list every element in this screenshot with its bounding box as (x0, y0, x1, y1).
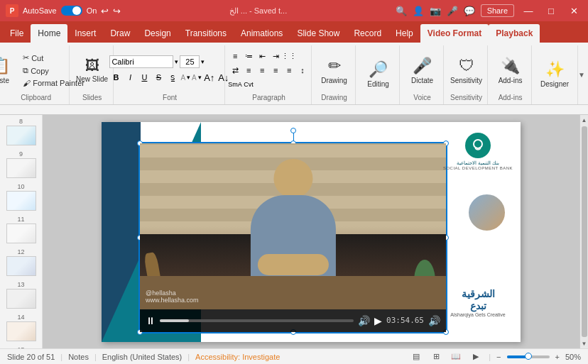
tab-record[interactable]: Record (347, 24, 388, 43)
numbering-button[interactable]: ≔ (242, 50, 255, 62)
bullets-button[interactable]: ≡ (229, 50, 241, 62)
ribbon-tabs-bar: File Home Insert Draw Design Transitions… (0, 21, 588, 43)
redo-icon[interactable]: ↪ (113, 6, 121, 16)
notes-button[interactable]: Notes (68, 353, 89, 361)
maximize-button[interactable]: □ (543, 2, 560, 19)
paragraph-row2: ⇄ ≡ ≡ ≡ ≡ ↕ (229, 64, 309, 77)
tab-help[interactable]: Help (388, 24, 420, 43)
increase-font-button[interactable]: A↑ (203, 71, 216, 84)
slides-label: Slides (82, 94, 102, 103)
font-color-icon[interactable]: A (180, 74, 185, 82)
share-button[interactable]: Share (481, 4, 514, 17)
tab-home[interactable]: Home (31, 24, 67, 43)
align-center-button[interactable]: ≡ (256, 64, 268, 77)
autosave-toggle[interactable] (61, 6, 82, 16)
mic-icon[interactable]: 🎤 (447, 6, 458, 16)
pause-button[interactable]: ⏸ (146, 315, 156, 326)
paste-label: Paste (0, 77, 9, 84)
statusbar-separator-2: | (94, 353, 97, 361)
align-left-button[interactable]: ≡ (242, 64, 255, 77)
paste-button[interactable]: 📋 Paste (0, 50, 16, 91)
addins-button[interactable]: 🔌 Add-ins (494, 50, 527, 91)
scroll-thumb-vertical[interactable] (582, 126, 587, 337)
slideshow-view-button[interactable]: ▶ (469, 351, 483, 363)
thumbnail-item-10[interactable]: 10 (4, 182, 39, 212)
zoom-out-button[interactable]: − (496, 353, 501, 361)
search-icon[interactable]: 🔍 (396, 6, 407, 16)
ribbon-group-dictate: 🎤 Dictate Voice (401, 45, 444, 104)
font-size-dropdown-icon[interactable]: ▾ (201, 58, 205, 65)
volume-icon[interactable]: 🔊 (358, 315, 370, 326)
shadow-button[interactable]: S̲ (166, 71, 179, 84)
reading-view-button[interactable]: 📖 (449, 351, 463, 363)
align-right-button[interactable]: ≡ (269, 64, 282, 77)
font-size-input[interactable] (180, 55, 200, 68)
drawing-button[interactable]: ✏ Drawing (318, 50, 351, 91)
justify-button[interactable]: ≡ (283, 64, 295, 77)
zoom-in-button[interactable]: + (555, 353, 560, 361)
circular-photo (467, 193, 506, 232)
logo-text-english: SOCIAL DEVELOPMENT BANK (439, 166, 517, 170)
font-name-input[interactable] (109, 55, 173, 68)
editing-button[interactable]: 🔎 Editing (362, 54, 395, 95)
format-painter-icon: 🖌 (23, 79, 31, 87)
dictate-button[interactable]: 🎤 Dictate (406, 50, 439, 91)
columns-button[interactable]: ⋮⋮ (283, 50, 295, 62)
thumbnail-item-11[interactable]: 11 (4, 214, 39, 245)
normal-view-button[interactable]: ▤ (409, 351, 423, 363)
chat-icon[interactable]: 💬 (464, 6, 475, 16)
thumbnail-item-8[interactable]: 8 (4, 116, 39, 147)
line-spacing-button[interactable]: ↕ (296, 64, 309, 77)
tab-design[interactable]: Design (137, 24, 178, 43)
strikethrough-button[interactable]: S (152, 71, 165, 84)
play-button[interactable]: ▶ (374, 315, 382, 326)
tab-insert[interactable]: Insert (67, 24, 103, 43)
convert-button[interactable]: Cvt (242, 78, 255, 91)
tab-draw[interactable]: Draw (103, 24, 137, 43)
slideshow-view-icon: ▶ (473, 352, 479, 361)
ribbon-group-font: ▾ ▾ B I U S S̲ A ▾ A ▾ A↑ A↓ (115, 45, 225, 104)
tab-animations[interactable]: Animations (234, 24, 290, 43)
thumbnail-preview-14 (6, 321, 36, 341)
increase-indent-button[interactable]: ⇥ (269, 50, 282, 62)
tab-playback[interactable]: Playback (489, 24, 540, 43)
designer-button[interactable]: ✨ Designer (538, 54, 571, 95)
slide-canvas-area[interactable]: @hellasha www.hellasha.com ⏸ 🔊 ▶ 03:54.6… (43, 115, 579, 348)
text-highlight-icon[interactable]: A (192, 74, 197, 82)
text-direction-button[interactable]: ⇄ (229, 64, 241, 77)
undo-icon[interactable]: ↩ (101, 6, 109, 16)
slide-sorter-button[interactable]: ⊞ (429, 351, 443, 363)
tab-videoformat[interactable]: Video Format (420, 24, 489, 43)
italic-button[interactable]: I (124, 71, 136, 84)
text-highlight-dropdown[interactable]: ▾ (198, 74, 202, 81)
decrease-indent-button[interactable]: ⇤ (256, 50, 268, 62)
sensitivity-button[interactable]: 🛡 Sensitivity (450, 50, 483, 91)
ribbon-group-clipboard: 📋 Paste ✂ Cut ⧉ Copy 🖌 Format Painter (3, 45, 70, 104)
tab-slideshow[interactable]: Slide Show (290, 24, 347, 43)
thumbnail-item-9[interactable]: 9 (4, 149, 39, 180)
tab-transitions[interactable]: Transitions (178, 24, 234, 43)
scroll-up-button[interactable]: ▲ (581, 115, 588, 125)
normal-view-icon: ▤ (413, 352, 420, 361)
font-name-dropdown-icon[interactable]: ▾ (175, 58, 178, 65)
video-progress-bar[interactable] (160, 319, 354, 322)
minimize-button[interactable]: — (520, 2, 537, 19)
bold-button[interactable]: B (109, 71, 122, 84)
thumbnail-item-13[interactable]: 13 (4, 280, 39, 310)
ribbon-collapse-button[interactable]: ▼ (577, 45, 585, 104)
scroll-down-button[interactable]: ▼ (581, 338, 588, 348)
font-color-dropdown[interactable]: ▾ (187, 74, 190, 81)
dictate-content: 🎤 Dictate (406, 47, 439, 94)
thumbnail-item-14[interactable]: 14 (4, 312, 39, 343)
underline-button[interactable]: U (138, 71, 151, 84)
tab-file[interactable]: File (3, 24, 31, 43)
close-button[interactable]: ✕ (565, 2, 582, 19)
smartart-button[interactable]: SmA (229, 78, 241, 91)
zoom-slider[interactable] (507, 355, 550, 358)
rotation-handle[interactable] (290, 128, 296, 133)
thumbnail-item-12[interactable]: 12 (4, 247, 39, 277)
new-slide-button[interactable]: 🖼 New Slide (76, 50, 109, 91)
user-icon[interactable]: 👤 (413, 6, 424, 16)
camera-icon[interactable]: 📷 (430, 6, 441, 16)
video-object[interactable]: @hellasha www.hellasha.com ⏸ 🔊 ▶ 03:54.6… (138, 142, 447, 333)
